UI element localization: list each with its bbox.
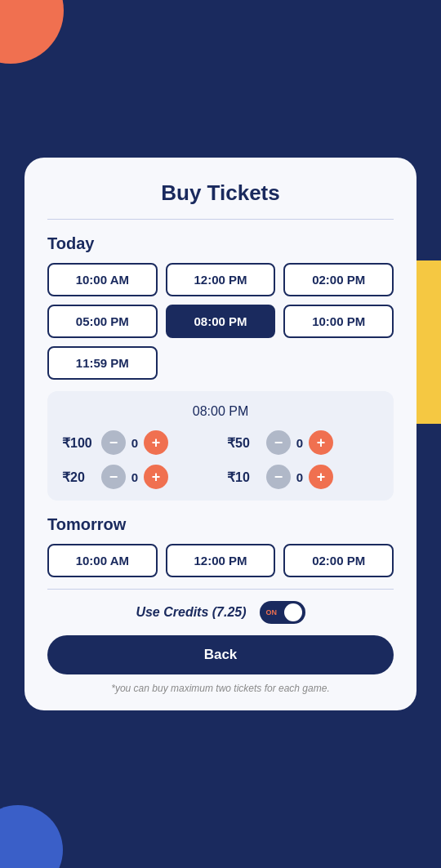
tomorrow-section: Tomorrow 10:00 AM 12:00 PM 02:00 PM (47, 515, 394, 577)
time-btn-1000pm-today[interactable]: 10:00 PM (283, 305, 394, 338)
stepper-minus-20[interactable]: − (101, 465, 126, 489)
stepper-count-10: 0 (291, 470, 309, 484)
stepper-minus-100[interactable]: − (101, 430, 126, 455)
title-divider (47, 219, 394, 220)
stepper-count-100: 0 (126, 436, 144, 450)
time-btn-1000am-tomorrow[interactable]: 10:00 AM (47, 544, 158, 577)
stepper-50: − 0 + (266, 430, 333, 455)
main-card: Buy Tickets Today 10:00 AM 12:00 PM 02:0… (24, 158, 416, 710)
time-btn-1200pm-today[interactable]: 12:00 PM (166, 263, 276, 296)
bg-decoration-top-left (0, 0, 64, 64)
ticket-selector-box: 08:00 PM ₹100 − 0 + ₹50 − 0 + ₹20 (47, 391, 394, 501)
toggle-knob (284, 603, 302, 621)
tomorrow-time-grid: 10:00 AM 12:00 PM 02:00 PM (47, 544, 394, 577)
time-btn-1200pm-tomorrow[interactable]: 12:00 PM (166, 544, 276, 577)
today-section: Today 10:00 AM 12:00 PM 02:00 PM 05:00 P… (47, 234, 394, 380)
disclaimer-text: *you can buy maximum two tickets for eac… (47, 683, 394, 694)
stepper-100: − 0 + (101, 430, 168, 455)
stepper-minus-50[interactable]: − (266, 430, 291, 455)
ticket-row-10: ₹10 − 0 + (227, 465, 379, 489)
ticket-price-10: ₹10 (227, 470, 260, 485)
time-btn-1159pm-today[interactable]: 11:59 PM (47, 346, 158, 380)
bottom-divider (47, 589, 394, 590)
stepper-plus-20[interactable]: + (144, 465, 168, 489)
stepper-minus-10[interactable]: − (266, 465, 291, 489)
ticket-price-100: ₹100 (62, 435, 95, 451)
toggle-on-label: ON (266, 608, 278, 617)
credits-label: Use Credits (7.25) (136, 605, 246, 620)
ticket-price-50: ₹50 (227, 435, 260, 451)
ticket-rows-grid: ₹100 − 0 + ₹50 − 0 + ₹20 − 0 (62, 430, 379, 489)
selected-time-display: 08:00 PM (62, 404, 379, 419)
credits-row: Use Credits (7.25) ON (47, 601, 394, 624)
ticket-price-20: ₹20 (62, 470, 95, 485)
bg-decoration-bottom-left (0, 805, 63, 868)
today-label: Today (47, 234, 394, 253)
time-btn-0200pm-tomorrow[interactable]: 02:00 PM (283, 544, 394, 577)
back-button[interactable]: Back (47, 635, 394, 674)
stepper-20: − 0 + (101, 465, 168, 489)
ticket-row-100: ₹100 − 0 + (62, 430, 214, 455)
time-btn-1000am-today[interactable]: 10:00 AM (47, 263, 158, 296)
today-time-grid: 10:00 AM 12:00 PM 02:00 PM 05:00 PM 08:0… (47, 263, 394, 380)
stepper-plus-10[interactable]: + (309, 465, 333, 489)
time-btn-0500pm-today[interactable]: 05:00 PM (47, 305, 158, 338)
page-title: Buy Tickets (47, 180, 394, 206)
stepper-plus-50[interactable]: + (309, 430, 333, 455)
time-btn-0200pm-today[interactable]: 02:00 PM (283, 263, 394, 296)
stepper-plus-100[interactable]: + (144, 430, 168, 455)
stepper-10: − 0 + (266, 465, 333, 489)
ticket-row-50: ₹50 − 0 + (227, 430, 379, 455)
ticket-row-20: ₹20 − 0 + (62, 465, 214, 489)
time-btn-0800pm-today[interactable]: 08:00 PM (166, 305, 276, 338)
stepper-count-20: 0 (126, 470, 144, 484)
tomorrow-label: Tomorrow (47, 515, 394, 534)
stepper-count-50: 0 (291, 436, 309, 450)
credits-toggle[interactable]: ON (260, 601, 305, 624)
